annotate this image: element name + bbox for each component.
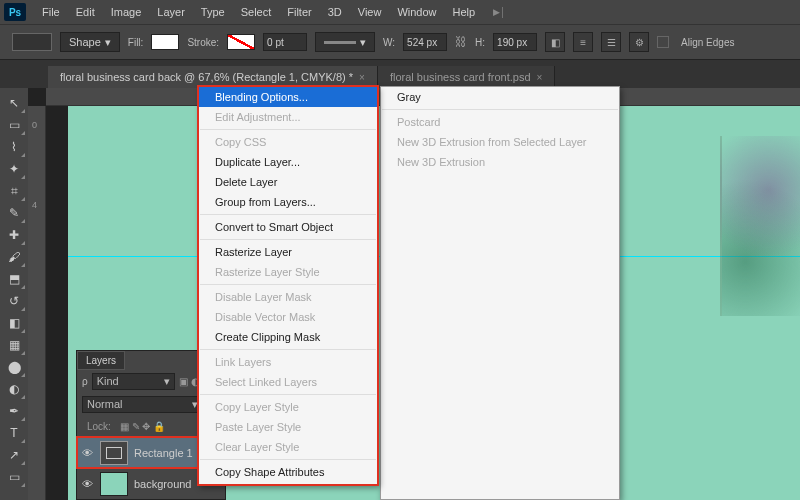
eraser-tool[interactable]: ◧ xyxy=(2,312,26,334)
stamp-tool[interactable]: ⬒ xyxy=(2,268,26,290)
menu-view[interactable]: View xyxy=(350,4,390,20)
menu-filter[interactable]: Filter xyxy=(279,4,319,20)
height-input[interactable] xyxy=(493,33,537,51)
pen-tool[interactable]: ✒ xyxy=(2,400,26,422)
context-menu-item[interactable]: Delete Layer xyxy=(199,172,377,192)
path-tool[interactable]: ↗ xyxy=(2,444,26,466)
app-logo: Ps xyxy=(4,3,26,21)
submenu-item: New 3D Extrusion xyxy=(381,152,619,172)
width-input[interactable] xyxy=(403,33,447,51)
context-menu-item[interactable]: Blending Options... xyxy=(199,87,377,107)
gear-icon[interactable]: ⚙ xyxy=(629,32,649,52)
gradient-tool[interactable]: ▦ xyxy=(2,334,26,356)
dodge-tool[interactable]: ◐ xyxy=(2,378,26,400)
document-tab[interactable]: floral business card front.psd × xyxy=(378,66,555,88)
align-edges-label: Align Edges xyxy=(681,37,734,48)
tab-title: floral business card back @ 67,6% (Recta… xyxy=(60,71,353,83)
document-tab-bar: floral business card back @ 67,6% (Recta… xyxy=(0,60,800,88)
layer-thumbnail[interactable] xyxy=(100,441,128,465)
filter-kind-select[interactable]: Kind▾ xyxy=(92,373,175,390)
context-menu-item: Disable Layer Mask xyxy=(199,287,377,307)
menu-edit[interactable]: Edit xyxy=(68,4,103,20)
layer-name: background xyxy=(134,478,192,490)
context-menu-item: Copy Layer Style xyxy=(199,397,377,417)
stroke-style-select[interactable]: ▾ xyxy=(315,32,375,52)
context-menu-item: Edit Adjustment... xyxy=(199,107,377,127)
blend-mode-select[interactable]: Normal▾ xyxy=(82,396,203,413)
lasso-tool[interactable]: ⌇ xyxy=(2,136,26,158)
filter-kind-label: ρ xyxy=(82,376,88,387)
stroke-width-input[interactable] xyxy=(263,33,307,51)
arrange-icon[interactable]: ☰ xyxy=(601,32,621,52)
stroke-label: Stroke: xyxy=(187,37,219,48)
menu-image[interactable]: Image xyxy=(103,4,150,20)
context-menu: Blending Options...Edit Adjustment...Cop… xyxy=(198,86,378,485)
context-menu-item: Paste Layer Style xyxy=(199,417,377,437)
tab-title: floral business card front.psd xyxy=(390,71,531,83)
menu-help[interactable]: Help xyxy=(445,4,484,20)
visibility-icon[interactable]: 👁 xyxy=(80,447,94,459)
wand-tool[interactable]: ✦ xyxy=(2,158,26,180)
height-label: H: xyxy=(475,37,485,48)
ruler-vertical: 0 4 xyxy=(28,106,46,500)
shape-tool[interactable]: ▭ xyxy=(2,466,26,488)
marquee-tool[interactable]: ▭ xyxy=(2,114,26,136)
visibility-icon[interactable]: 👁 xyxy=(80,478,94,490)
context-menu-item: Copy CSS xyxy=(199,132,377,152)
menu-3d[interactable]: 3D xyxy=(320,4,350,20)
submenu: GrayPostcardNew 3D Extrusion from Select… xyxy=(380,86,620,500)
align-edges-checkbox[interactable] xyxy=(657,36,669,48)
width-label: W: xyxy=(383,37,395,48)
menu-layer[interactable]: Layer xyxy=(149,4,193,20)
layers-tab[interactable]: Layers xyxy=(77,351,125,370)
document-tab-active[interactable]: floral business card back @ 67,6% (Recta… xyxy=(48,66,378,88)
lock-label: Lock: xyxy=(82,419,116,434)
context-menu-item[interactable]: Duplicate Layer... xyxy=(199,152,377,172)
eyedropper-tool[interactable]: ✎ xyxy=(2,202,26,224)
blur-tool[interactable]: ⬤ xyxy=(2,356,26,378)
context-menu-item: Rasterize Layer Style xyxy=(199,262,377,282)
fill-label: Fill: xyxy=(128,37,144,48)
context-menu-item[interactable]: Convert to Smart Object xyxy=(199,217,377,237)
layer-thumbnail[interactable] xyxy=(100,472,128,496)
fill-swatch[interactable] xyxy=(151,34,179,50)
options-bar: Shape▾ Fill: Stroke: ▾ W: ⛓ H: ◧ ≡ ☰ ⚙ A… xyxy=(0,24,800,60)
submenu-item: Postcard xyxy=(381,112,619,132)
submenu-item: New 3D Extrusion from Selected Layer xyxy=(381,132,619,152)
brush-tool[interactable]: 🖌 xyxy=(2,246,26,268)
context-menu-item[interactable]: Create Clipping Mask xyxy=(199,327,377,347)
context-menu-item: Clear Layer Style xyxy=(199,437,377,457)
lock-icons[interactable]: ▦ ✎ ✥ 🔒 xyxy=(120,421,165,432)
menu-select[interactable]: Select xyxy=(233,4,280,20)
context-menu-item[interactable]: Rasterize Layer xyxy=(199,242,377,262)
heal-tool[interactable]: ✚ xyxy=(2,224,26,246)
context-menu-item: Select Linked Layers xyxy=(199,372,377,392)
context-menu-item: Disable Vector Mask xyxy=(199,307,377,327)
layer-name: Rectangle 1 xyxy=(134,447,193,459)
context-menu-item: Link Layers xyxy=(199,352,377,372)
artwork-floral xyxy=(720,136,800,316)
crop-tool[interactable]: ⌗ xyxy=(2,180,26,202)
type-tool[interactable]: T xyxy=(2,422,26,444)
submenu-item[interactable]: Gray xyxy=(381,87,619,107)
path-ops-icon[interactable]: ◧ xyxy=(545,32,565,52)
menu-file[interactable]: File xyxy=(34,4,68,20)
menu-window[interactable]: Window xyxy=(389,4,444,20)
shape-mode-select[interactable]: Shape▾ xyxy=(60,32,120,52)
move-tool[interactable]: ↖ xyxy=(2,92,26,114)
ruler-tick: 4 xyxy=(32,200,37,210)
context-menu-item[interactable]: Group from Layers... xyxy=(199,192,377,212)
context-menu-item[interactable]: Copy Shape Attributes xyxy=(199,462,377,482)
menu-overflow-icon: ▶│ xyxy=(493,7,506,17)
history-brush-tool[interactable]: ↺ xyxy=(2,290,26,312)
align-icon[interactable]: ≡ xyxy=(573,32,593,52)
tool-preset-swatch[interactable] xyxy=(12,33,52,51)
toolbox: ↖ ▭ ⌇ ✦ ⌗ ✎ ✚ 🖌 ⬒ ↺ ◧ ▦ ⬤ ◐ ✒ T ↗ ▭ xyxy=(0,88,28,500)
close-icon[interactable]: × xyxy=(359,72,365,83)
menu-type[interactable]: Type xyxy=(193,4,233,20)
menu-bar: Ps File Edit Image Layer Type Select Fil… xyxy=(0,0,800,24)
close-icon[interactable]: × xyxy=(537,72,543,83)
stroke-swatch[interactable] xyxy=(227,34,255,50)
link-wh-icon[interactable]: ⛓ xyxy=(455,35,467,49)
ruler-tick: 0 xyxy=(32,120,37,130)
